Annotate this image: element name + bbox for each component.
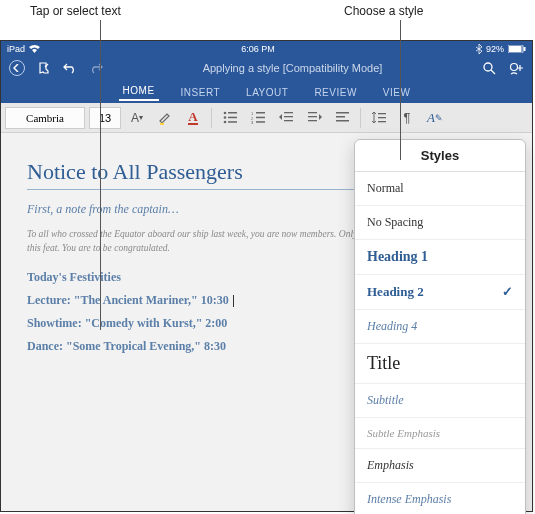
svg-rect-20 [308, 112, 317, 113]
svg-rect-19 [284, 120, 293, 121]
style-option-label: Subtitle [367, 393, 404, 408]
svg-rect-2 [524, 47, 526, 51]
style-option-subtle-emphasis[interactable]: Subtle Emphasis [355, 418, 525, 449]
style-option-label: Emphasis [367, 458, 414, 473]
svg-rect-13 [256, 121, 265, 123]
redo-button[interactable] [89, 62, 103, 74]
wifi-icon [29, 45, 40, 53]
font-color-button[interactable]: A [181, 107, 205, 129]
style-option-emphasis[interactable]: Emphasis [355, 449, 525, 483]
svg-rect-17 [284, 112, 293, 113]
bullets-button[interactable] [218, 107, 242, 129]
numbered-list-button[interactable]: 123 [246, 107, 270, 129]
toolbar-divider [211, 108, 212, 128]
tab-layout[interactable]: LAYOUT [242, 84, 292, 101]
svg-rect-1 [509, 46, 522, 52]
ribbon-tabs: HOME INSERT LAYOUT REVIEW VIEW [1, 79, 532, 103]
styles-button[interactable]: A✎ [423, 107, 447, 129]
svg-rect-24 [336, 116, 345, 118]
svg-point-9 [223, 121, 226, 124]
style-option-no-spacing[interactable]: No Spacing [355, 206, 525, 240]
styles-popover-title: Styles [355, 140, 525, 172]
svg-rect-8 [228, 117, 237, 119]
toolbar-divider [360, 108, 361, 128]
styles-popover: Styles NormalNo SpacingHeading 1Heading … [354, 139, 526, 514]
svg-rect-22 [308, 120, 317, 121]
annotation-right: Choose a style [344, 4, 423, 18]
decrease-indent-button[interactable] [274, 107, 298, 129]
style-option-label: Subtle Emphasis [367, 427, 440, 439]
file-pin-button[interactable] [37, 61, 51, 75]
svg-rect-26 [378, 113, 386, 114]
highlight-button[interactable] [153, 107, 177, 129]
svg-rect-25 [336, 120, 349, 122]
style-option-label: Normal [367, 181, 404, 196]
document-title: Applying a style [Compatibility Mode] [103, 62, 482, 74]
style-option-label: Intense Emphasis [367, 492, 451, 507]
font-size-extra-button[interactable]: A▾ [125, 107, 149, 129]
style-option-heading-1[interactable]: Heading 1 [355, 240, 525, 275]
style-option-label: Title [367, 353, 400, 374]
svg-rect-10 [228, 121, 237, 123]
svg-rect-23 [336, 112, 349, 114]
svg-point-5 [223, 112, 226, 115]
style-option-label: Heading 1 [367, 249, 428, 265]
font-size-select[interactable]: 13 [89, 107, 121, 129]
style-option-normal[interactable]: Normal [355, 172, 525, 206]
style-option-label: No Spacing [367, 215, 423, 230]
doc-event-1a: Lecture: "The Ancient Mariner," [27, 293, 201, 307]
font-name-select[interactable]: Cambria [5, 107, 85, 129]
style-option-title[interactable]: Title [355, 344, 525, 384]
share-button[interactable] [508, 61, 524, 75]
svg-rect-12 [256, 117, 265, 119]
back-button[interactable] [9, 60, 25, 76]
search-button[interactable] [482, 61, 496, 75]
show-marks-button[interactable]: ¶ [395, 107, 419, 129]
tab-view[interactable]: VIEW [379, 84, 415, 101]
svg-rect-21 [308, 116, 317, 117]
svg-rect-11 [256, 112, 265, 114]
battery-percent: 92% [486, 44, 504, 54]
battery-icon [508, 45, 526, 53]
increase-indent-button[interactable] [302, 107, 326, 129]
style-option-subtitle[interactable]: Subtitle [355, 384, 525, 418]
style-option-heading-4[interactable]: Heading 4 [355, 310, 525, 344]
status-bar: iPad 6:06 PM 92% [1, 41, 532, 57]
svg-rect-28 [378, 121, 386, 122]
style-option-label: Heading 4 [367, 319, 417, 334]
check-icon: ✓ [502, 284, 513, 300]
align-button[interactable] [330, 107, 354, 129]
ipad-frame: iPad 6:06 PM 92% [0, 40, 533, 512]
line-spacing-button[interactable] [367, 107, 391, 129]
svg-point-7 [223, 116, 226, 119]
home-toolbar: Cambria 13 A▾ A 123 ¶ A✎ [1, 103, 532, 133]
svg-point-4 [511, 64, 518, 71]
annotation-left: Tap or select text [30, 4, 121, 18]
undo-button[interactable] [63, 62, 77, 74]
style-option-label: Heading 2 [367, 284, 424, 300]
tab-home[interactable]: HOME [119, 82, 159, 101]
style-option-intense-emphasis[interactable]: Intense Emphasis [355, 483, 525, 514]
svg-rect-27 [378, 117, 386, 118]
device-label: iPad [7, 44, 25, 54]
status-time: 6:06 PM [40, 44, 476, 54]
svg-rect-18 [284, 116, 293, 117]
window-titlebar: Applying a style [Compatibility Mode] [1, 57, 532, 79]
doc-event-1b: 10:30 [201, 293, 229, 307]
tab-review[interactable]: REVIEW [310, 84, 360, 101]
svg-text:3: 3 [251, 120, 254, 124]
bluetooth-icon [476, 44, 482, 54]
style-option-heading-2[interactable]: Heading 2✓ [355, 275, 525, 310]
tab-insert[interactable]: INSERT [177, 84, 225, 101]
svg-point-3 [484, 63, 492, 71]
svg-rect-6 [228, 112, 237, 114]
